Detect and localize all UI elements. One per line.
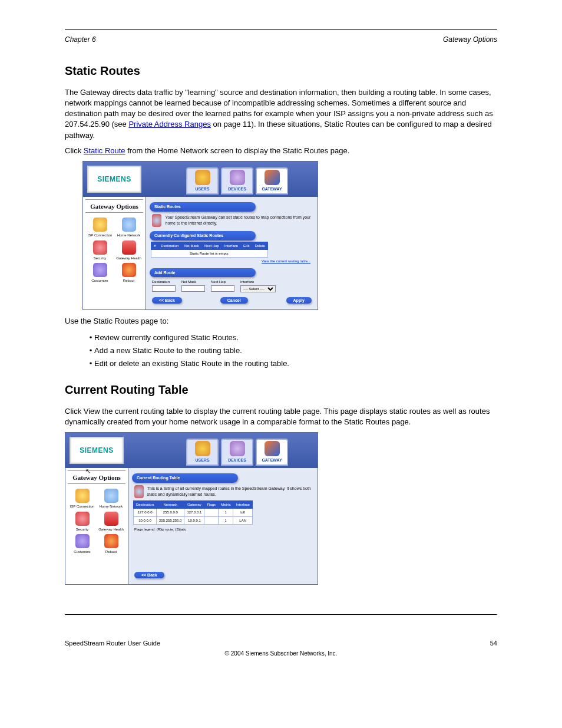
heading-static-routes: Static Routes xyxy=(65,62,497,79)
security-icon xyxy=(93,241,107,255)
back-button[interactable]: << Back xyxy=(134,572,164,578)
sidebar-item-reboot[interactable]: Reboot xyxy=(97,533,125,555)
sidebar-item-customize[interactable]: Customize xyxy=(68,533,97,555)
users-icon xyxy=(195,441,210,456)
back-button[interactable]: << Back xyxy=(152,297,182,304)
reboot-icon xyxy=(104,534,118,548)
static-desc: Your SpeedStream Gateway can set static … xyxy=(165,215,314,226)
routing-table: Destination Netmask Gateway Flags Metric… xyxy=(133,500,253,525)
tab-devices[interactable]: DEVICES xyxy=(221,167,253,195)
current-routing-para: Click View the current routing table to … xyxy=(65,406,497,427)
customize-icon xyxy=(75,534,90,548)
home-icon xyxy=(104,489,118,503)
link-view-routing-table[interactable]: View the current routing table... xyxy=(150,259,310,263)
static-routes-para1: The Gateway directs data traffic by "lea… xyxy=(65,87,497,141)
tab-gateway[interactable]: GATEWAY xyxy=(256,439,288,466)
reboot-icon xyxy=(122,263,136,277)
input-destination[interactable] xyxy=(152,285,176,292)
sidebar-item-isp[interactable]: ISP Connection xyxy=(85,216,114,239)
sidebar-item-health[interactable]: Gateway Health xyxy=(114,239,143,262)
sidebar-item-customize[interactable]: Customize xyxy=(85,262,114,284)
footer-copyright: © 2004 Siemens Subscriber Networks, Inc. xyxy=(65,650,497,658)
sidebar-item-isp[interactable]: ISP Connection xyxy=(68,487,97,510)
table-row: 127.0.0.0255.0.0.0127.0.0.11lo0 xyxy=(134,509,253,516)
sidebar-item-security[interactable]: Security xyxy=(85,239,114,262)
isp-icon xyxy=(93,218,107,232)
tab-gateway[interactable]: GATEWAY xyxy=(256,167,288,195)
empty-msg: Static Route list is empty. xyxy=(151,249,268,257)
devices-icon xyxy=(230,441,245,456)
input-netmask[interactable] xyxy=(181,285,205,292)
brand-logo: SIEMENS xyxy=(70,437,124,464)
gateway-icon xyxy=(265,170,280,185)
pill-current-routing: Current Routing Table xyxy=(132,473,238,483)
tab-devices[interactable]: DEVICES xyxy=(221,439,253,466)
table-row: 10.0.0.0255.255.255.010.0.0.11LAN xyxy=(134,516,253,524)
customize-icon xyxy=(93,263,107,277)
section-label: Gateway Options xyxy=(443,35,497,45)
gateway-icon xyxy=(265,441,280,456)
sidebar-item-reboot[interactable]: Reboot xyxy=(114,262,143,284)
security-icon xyxy=(75,512,90,526)
chapter-label: Chapter 6 xyxy=(65,35,96,45)
current-routing-desc: This is a listing of all currently mappe… xyxy=(147,486,314,498)
screenshot-static-routes: SIEMENS USERS DEVICES GATEWAY xyxy=(82,161,318,310)
heading-current-routing-table: Current Routing Table xyxy=(65,381,497,398)
link-private-address-ranges[interactable]: Private Address Ranges xyxy=(128,120,210,129)
routes-icon xyxy=(134,485,144,498)
link-static-route[interactable]: Static Route xyxy=(84,146,125,155)
health-icon xyxy=(122,241,136,255)
flags-legend: Flags legend: (R)ip route, (S)tatic xyxy=(132,526,314,533)
input-nexthop[interactable] xyxy=(211,285,234,292)
pill-current-configured: Currently Configured Static Routes xyxy=(150,231,256,241)
sidebar-title: Gateway Options xyxy=(68,470,125,484)
sidebar-title: Gateway Options xyxy=(85,199,143,213)
sidebar-item-home[interactable]: Home Network xyxy=(114,216,143,239)
sidebar-item-health[interactable]: Gateway Health xyxy=(97,510,125,533)
brand-logo: SIEMENS xyxy=(87,166,141,193)
sidebar-item-home[interactable]: Home Network xyxy=(97,487,125,510)
isp-icon xyxy=(75,489,90,503)
sidebar-item-security[interactable]: Security xyxy=(68,510,97,533)
pill-static-routes: Static Routes xyxy=(150,202,256,212)
apply-button[interactable]: Apply xyxy=(286,297,312,304)
routes-icon xyxy=(152,214,161,227)
users-icon xyxy=(195,170,210,185)
select-interface[interactable]: ---- Select ---- xyxy=(240,285,276,292)
tab-users[interactable]: USERS xyxy=(186,439,219,466)
pill-add-route: Add Route xyxy=(150,268,256,278)
static-routes-use-intro: Use the Static Routes page to: xyxy=(65,316,497,327)
static-routes-para2: Click Static Route from the Home Network… xyxy=(65,146,497,156)
home-icon xyxy=(122,218,136,232)
static-routes-bullets: Review currently configured Static Route… xyxy=(94,332,497,370)
devices-icon xyxy=(230,170,245,185)
footer-title: SpeedStream Router User Guide xyxy=(65,639,160,648)
tab-users[interactable]: USERS xyxy=(186,167,219,195)
footer-page: 54 xyxy=(490,639,497,648)
configured-routes-table: # Destination Net Mask Next Hop Interfac… xyxy=(151,242,268,258)
cancel-button[interactable]: Cancel xyxy=(220,297,248,304)
screenshot-current-routing: SIEMENS USERS DEVICES GATEWAY xyxy=(65,432,318,585)
health-icon xyxy=(104,512,118,526)
